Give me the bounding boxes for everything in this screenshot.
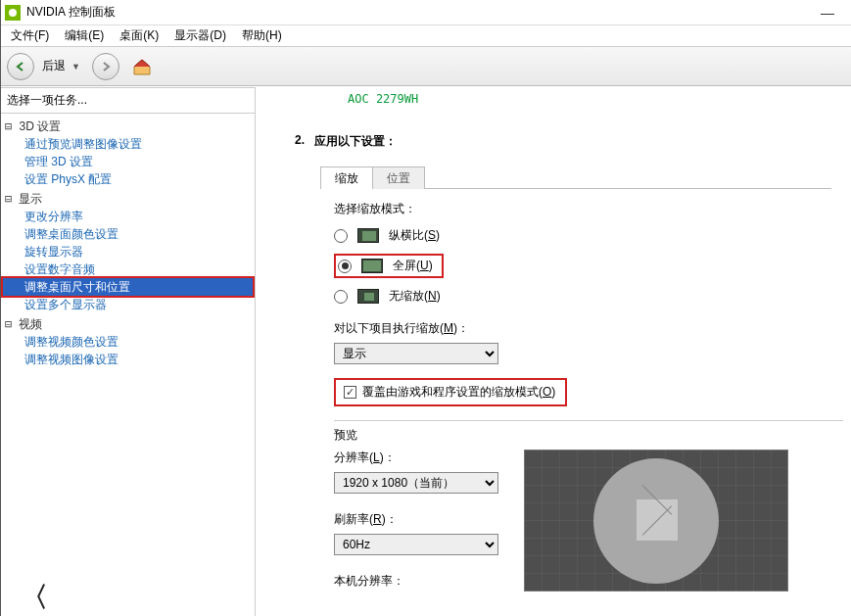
noscale-icon (357, 289, 379, 304)
forward-button[interactable] (92, 53, 119, 80)
sidebar-item-adjust-size-position[interactable]: 调整桌面尺寸和位置 (3, 278, 253, 296)
sidebar-item-digital-audio[interactable]: 设置数字音频 (3, 261, 253, 278)
sidebar-item-rotate[interactable]: 旋转显示器 (3, 243, 253, 261)
override-checkbox[interactable] (344, 386, 356, 399)
radio-fullscreen[interactable] (338, 260, 352, 273)
sidebar-item-preview-image[interactable]: 通过预览调整图像设置 (3, 135, 253, 153)
sidebar-item-resolution[interactable]: 更改分辨率 (3, 208, 253, 225)
aspect-icon (357, 228, 379, 243)
native-res-label: 本机分辨率： (334, 573, 498, 590)
menu-file[interactable]: 文件(F) (3, 25, 57, 46)
radio-noscale-label: 无缩放(N) (389, 288, 441, 305)
group-video[interactable]: 视频 (3, 315, 253, 333)
monitor-name: AOC 2279WH (348, 92, 831, 106)
home-icon[interactable] (131, 56, 153, 77)
menu-desktop[interactable]: 桌面(K) (112, 25, 166, 46)
svg-point-1 (9, 9, 17, 17)
menubar: 文件(F) 编辑(E) 桌面(K) 显示器(D) 帮助(H) (1, 25, 851, 47)
task-tree: 3D 设置 通过预览调整图像设置 管理 3D 设置 设置 PhysX 配置 显示… (1, 114, 255, 569)
radio-aspect-label: 纵横比(S) (389, 227, 440, 244)
sidebar-item-video-image[interactable]: 调整视频图像设置 (3, 351, 253, 368)
menu-help[interactable]: 帮助(H) (234, 25, 290, 46)
preview-label: 预览 (334, 420, 843, 444)
radio-fullscreen-row[interactable]: 全屏(U) (334, 254, 444, 278)
group-3d-settings[interactable]: 3D 设置 (3, 118, 253, 135)
resolution-label: 分辨率(L)： (334, 450, 498, 466)
tab-scale[interactable]: 缩放 (320, 166, 373, 189)
tab-position[interactable]: 位置 (372, 166, 425, 189)
nvidia-icon (5, 5, 21, 21)
refresh-select[interactable]: 60Hz (334, 534, 498, 555)
sidebar-item-physx[interactable]: 设置 PhysX 配置 (3, 170, 253, 188)
menu-edit[interactable]: 编辑(E) (57, 25, 112, 46)
window-title: NVIDIA 控制面板 (26, 4, 808, 21)
resolution-select[interactable]: 1920 x 1080（当前） (334, 472, 498, 494)
sidebar: 选择一项任务... 3D 设置 通过预览调整图像设置 管理 3D 设置 设置 P… (1, 87, 256, 616)
menu-display[interactable]: 显示器(D) (166, 25, 234, 46)
tab-strip: 缩放 位置 (320, 166, 831, 189)
step-number: 2. (295, 133, 305, 150)
scale-mode-label: 选择缩放模式： (334, 201, 831, 217)
sidebar-item-desktop-color[interactable]: 调整桌面颜色设置 (3, 225, 253, 243)
radio-aspect[interactable] (334, 229, 348, 243)
sidebar-item-multiple-displays[interactable]: 设置多个显示器 (3, 296, 253, 313)
perform-on-label: 对以下项目执行缩放(M)： (334, 320, 831, 337)
radio-aspect-row[interactable]: 纵横比(S) (334, 227, 831, 244)
back-label: 后退 (42, 58, 66, 74)
radio-noscale-row[interactable]: 无缩放(N) (334, 288, 831, 305)
toolbar: 后退 ▼ (1, 47, 851, 86)
back-button[interactable] (7, 53, 34, 80)
radio-noscale[interactable] (334, 290, 348, 304)
group-display[interactable]: 显示 (3, 190, 253, 208)
fullscreen-icon (361, 259, 383, 273)
sidebar-item-video-color[interactable]: 调整视频颜色设置 (3, 333, 253, 351)
override-label: 覆盖由游戏和程序设置的缩放模式(O) (362, 384, 555, 401)
collapse-icon[interactable]: 〈 (21, 579, 255, 616)
back-dropdown-icon[interactable]: ▼ (71, 62, 80, 71)
override-checkbox-row[interactable]: 覆盖由游戏和程序设置的缩放模式(O) (334, 378, 567, 406)
radio-fullscreen-label: 全屏(U) (393, 258, 433, 274)
sidebar-item-manage-3d[interactable]: 管理 3D 设置 (3, 153, 253, 170)
minimize-button[interactable]: — (808, 5, 847, 21)
content-panel: AOC 2279WH 2. 应用以下设置： 缩放 位置 选择缩放模式： 纵横比(… (256, 86, 851, 616)
titlebar: NVIDIA 控制面板 — (1, 0, 851, 25)
task-header: 选择一项任务... (1, 88, 255, 114)
refresh-label: 刷新率(R)： (334, 511, 498, 528)
step-title: 2. 应用以下设置： (295, 133, 831, 150)
preview-image (524, 450, 788, 592)
step-text: 应用以下设置： (314, 133, 397, 150)
perform-on-select[interactable]: 显示 (334, 343, 498, 364)
